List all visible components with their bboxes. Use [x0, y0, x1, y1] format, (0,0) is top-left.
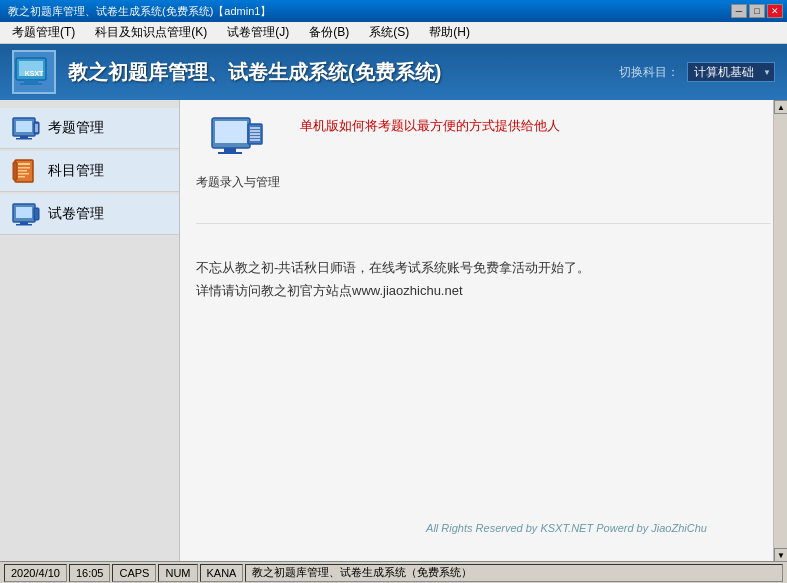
- close-button[interactable]: ✕: [767, 4, 783, 18]
- svg-text:KSXT: KSXT: [25, 70, 44, 77]
- content-icons-row: 考题录入与管理 单机版如何将考题以最方便的方式提供给他人: [196, 116, 771, 191]
- content-area: 考题录入与管理 单机版如何将考题以最方便的方式提供给他人 不忘从教之初-共话秋日…: [180, 100, 787, 562]
- minimize-button[interactable]: ─: [731, 4, 747, 18]
- switch-subject-label: 切换科目：: [619, 64, 679, 81]
- scroll-up-arrow[interactable]: ▲: [774, 100, 787, 114]
- header-logo: KSXT: [12, 50, 56, 94]
- status-date: 2020/4/10: [4, 564, 67, 582]
- info-text-line1: 不忘从教之初-共话秋日师语，在线考试系统账号免费拿活动开始了。: [196, 256, 771, 279]
- svg-rect-28: [224, 148, 236, 152]
- content-divider: [196, 223, 771, 224]
- exam-entry-icon-item[interactable]: 考题录入与管理: [196, 116, 280, 191]
- title-bar-controls: ─ □ ✕: [731, 4, 783, 18]
- menu-subject-mgmt[interactable]: 科目及知识点管理(K): [87, 22, 215, 43]
- title-bar: 教之初题库管理、试卷生成系统(免费系统)【admin1】 ─ □ ✕: [0, 0, 787, 22]
- svg-rect-29: [218, 152, 242, 154]
- info-text: 不忘从教之初-共话秋日师语，在线考试系统账号免费拿活动开始了。 详情请访问教之初…: [196, 256, 771, 303]
- footer-copyright: All Rights Reserved by KSXT.NET Powerd b…: [360, 522, 773, 534]
- svg-rect-23: [20, 222, 28, 224]
- svg-rect-2: [24, 80, 38, 83]
- svg-rect-20: [13, 162, 17, 180]
- svg-rect-16: [18, 167, 30, 169]
- svg-rect-8: [16, 138, 32, 140]
- svg-rect-9: [34, 122, 39, 134]
- status-caps: CAPS: [112, 564, 156, 582]
- header-right: 切换科目： 计算机基础 数学 英语 物理 化学: [619, 62, 775, 82]
- sidebar-item-exam-mgmt[interactable]: 考题管理: [0, 108, 179, 149]
- svg-rect-18: [18, 173, 29, 175]
- svg-rect-7: [20, 136, 28, 138]
- svg-rect-15: [18, 163, 30, 165]
- svg-rect-27: [215, 121, 247, 143]
- info-text-line2: 详情请访问教之初官方站点www.jiaozhichu.net: [196, 279, 771, 302]
- menu-paper-mgmt[interactable]: 试卷管理(J): [219, 22, 297, 43]
- status-bar: 2020/4/10 16:05 CAPS NUM KANA 教之初题库管理、试卷…: [0, 561, 787, 583]
- menu-system[interactable]: 系统(S): [361, 22, 417, 43]
- menu-help[interactable]: 帮助(H): [421, 22, 478, 43]
- status-time: 16:05: [69, 564, 111, 582]
- main-area: 考题管理 科目管理: [0, 100, 787, 562]
- header-title: 教之初题库管理、试卷生成系统(免费系统): [68, 59, 619, 86]
- scroll-track[interactable]: [774, 114, 787, 548]
- scroll-down-arrow[interactable]: ▼: [774, 548, 787, 562]
- sidebar-item-paper-mgmt[interactable]: 试卷管理: [0, 194, 179, 235]
- status-app-title: 教之初题库管理、试卷生成系统（免费系统）: [245, 564, 783, 582]
- status-num: NUM: [158, 564, 197, 582]
- svg-rect-3: [20, 83, 42, 85]
- subject-dropdown[interactable]: 计算机基础 数学 英语 物理 化学: [687, 62, 775, 82]
- maximize-button[interactable]: □: [749, 4, 765, 18]
- svg-rect-25: [34, 208, 39, 220]
- content-icon-desc: 单机版如何将考题以最方便的方式提供给他人: [300, 116, 560, 137]
- menu-backup[interactable]: 备份(B): [301, 22, 357, 43]
- sidebar-item-paper-mgmt-label: 试卷管理: [48, 205, 104, 223]
- svg-rect-19: [18, 176, 25, 178]
- exam-entry-icon-label: 考题录入与管理: [196, 174, 280, 191]
- sidebar-item-exam-mgmt-label: 考题管理: [48, 119, 104, 137]
- content-scrollbar[interactable]: ▲ ▼: [773, 100, 787, 562]
- status-kana: KANA: [200, 564, 244, 582]
- header-bar: KSXT 教之初题库管理、试卷生成系统(免费系统) 切换科目： 计算机基础 数学…: [0, 44, 787, 100]
- svg-rect-24: [16, 224, 32, 226]
- svg-rect-6: [16, 121, 32, 132]
- paper-icon: [12, 202, 40, 226]
- menu-exam-mgmt[interactable]: 考题管理(T): [4, 22, 83, 43]
- svg-rect-17: [18, 170, 27, 172]
- exam-icon: [12, 116, 40, 140]
- sidebar-item-subject-mgmt-label: 科目管理: [48, 162, 104, 180]
- sidebar: 考题管理 科目管理: [0, 100, 180, 562]
- subject-icon: [12, 159, 40, 183]
- sidebar-item-subject-mgmt[interactable]: 科目管理: [0, 151, 179, 192]
- svg-rect-22: [16, 207, 32, 218]
- title-bar-text: 教之初题库管理、试卷生成系统(免费系统)【admin1】: [4, 4, 271, 19]
- subject-dropdown-wrapper[interactable]: 计算机基础 数学 英语 物理 化学: [687, 62, 775, 82]
- menu-bar: 考题管理(T) 科目及知识点管理(K) 试卷管理(J) 备份(B) 系统(S) …: [0, 22, 787, 44]
